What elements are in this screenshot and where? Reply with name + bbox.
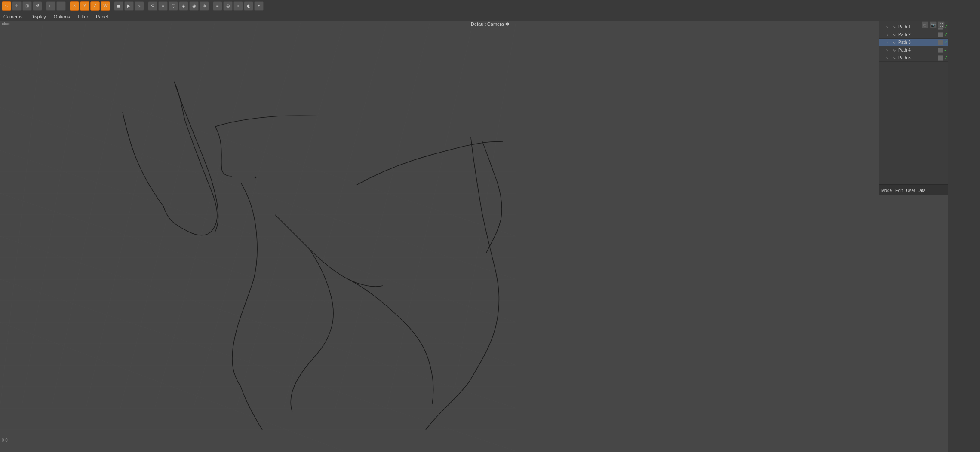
- viewport-button[interactable]: ○: [233, 1, 243, 11]
- svg-line-25: [0, 64, 516, 236]
- display-menu[interactable]: Display: [29, 13, 48, 20]
- path4-expand-icon: √: [886, 48, 891, 52]
- path1-expand-icon: √: [886, 25, 891, 29]
- path4-label: Path 4: [898, 48, 937, 52]
- path4-check[interactable]: [938, 48, 943, 53]
- path2-expand-icon: √: [886, 33, 891, 37]
- add-button[interactable]: +: [56, 1, 66, 11]
- render-button[interactable]: ▷: [135, 1, 144, 11]
- viewport-canvas: [0, 21, 948, 452]
- light-button[interactable]: ◉: [189, 1, 199, 11]
- camera-name: Default Camera: [471, 21, 504, 27]
- camera-btn[interactable]: ⊕: [200, 1, 209, 11]
- toolbar-separator-3: [112, 2, 112, 10]
- path5-expand-icon: √: [886, 56, 891, 60]
- render2-button[interactable]: ◎: [223, 1, 233, 11]
- path5-label: Path 5: [898, 55, 937, 60]
- right-panel: [948, 0, 980, 452]
- path5-icon: ∿: [891, 55, 897, 61]
- viewport-expand-button[interactable]: ⛶: [938, 21, 945, 28]
- path3-check[interactable]: [938, 40, 943, 45]
- path4-icon: ∿: [891, 47, 897, 53]
- coord-text: 0 0: [2, 438, 8, 443]
- svg-point-32: [255, 177, 256, 178]
- viewport-status-left: ctive: [2, 21, 11, 26]
- path2-check[interactable]: [938, 32, 943, 37]
- om-edit-tab[interactable]: Edit: [895, 188, 903, 193]
- om-userdata-tab[interactable]: User Data: [906, 188, 925, 193]
- sphere-button[interactable]: ●: [158, 1, 168, 11]
- path5-green: ✓: [944, 55, 948, 61]
- main-viewport[interactable]: [0, 21, 948, 452]
- spline-button[interactable]: ◈: [179, 1, 188, 11]
- move-tool-button[interactable]: ✛: [12, 1, 22, 11]
- select-tool-button[interactable]: ↖: [2, 1, 11, 11]
- y-axis-button[interactable]: Y: [80, 1, 89, 11]
- path4-green: ✓: [944, 47, 948, 53]
- z-axis-button[interactable]: Z: [90, 1, 100, 11]
- polygon-button[interactable]: ⬡: [169, 1, 178, 11]
- camera-label: Default Camera ✱: [471, 21, 509, 27]
- viewport-fit-button[interactable]: ⊞: [922, 21, 928, 28]
- panel-menu[interactable]: Panel: [94, 13, 110, 20]
- path2-icon: ∿: [891, 32, 897, 38]
- rotate-tool-button[interactable]: ↺: [33, 1, 42, 11]
- om-row-path2[interactable]: √ ∿ Path 2 ✓: [879, 31, 948, 39]
- om-row-path3[interactable]: √ ∿ Path 3 ✓: [879, 39, 948, 46]
- new-scene-button[interactable]: □: [46, 1, 55, 11]
- toolbar-separator-5: [211, 2, 211, 10]
- toolbar-separator-4: [146, 2, 146, 10]
- top-toolbar: ↖ ✛ ⊞ ↺ □ + X Y Z W ◼ ▶ ▷ ⚙ ● ⬡ ◈ ◉ ⊕ ≡ …: [0, 0, 980, 12]
- path3-icon: ∿: [891, 40, 897, 46]
- path2-label: Path 2: [898, 32, 937, 37]
- toolbar-separator-2: [68, 2, 68, 10]
- om-row-path5[interactable]: √ ∿ Path 5 ✓: [879, 54, 948, 62]
- coord-display: 0 0: [2, 438, 8, 443]
- path1-icon: ∿: [891, 24, 897, 30]
- x-axis-button[interactable]: X: [70, 1, 79, 11]
- options-menu[interactable]: Options: [52, 13, 72, 20]
- object-mode-button[interactable]: ◼: [114, 1, 123, 11]
- scale-tool-button[interactable]: ⊞: [22, 1, 32, 11]
- path5-check[interactable]: [938, 55, 943, 61]
- magnet-button[interactable]: ✦: [254, 1, 264, 11]
- path2-green: ✓: [944, 32, 948, 37]
- path3-label: Path 3: [898, 40, 937, 45]
- viewport-camera-button[interactable]: 📷: [930, 21, 937, 28]
- cameras-menu[interactable]: Cameras: [2, 13, 25, 20]
- path3-green: ✓: [944, 40, 948, 45]
- world-axis-button[interactable]: W: [101, 1, 110, 11]
- camera-icon: ✱: [505, 21, 509, 27]
- viewport-menu-bar: Cameras Display Options Filter Panel: [0, 12, 980, 21]
- play-button[interactable]: ▶: [124, 1, 134, 11]
- snap-button[interactable]: ◐: [244, 1, 253, 11]
- om-mode-tab[interactable]: Mode: [881, 188, 892, 193]
- toolbar-separator-1: [44, 2, 44, 10]
- viewport-controls: ⊞ 📷 ⛶: [922, 21, 945, 28]
- filter-menu[interactable]: Filter: [76, 13, 90, 20]
- layers-button[interactable]: ≡: [213, 1, 222, 11]
- settings-button[interactable]: ⚙: [148, 1, 157, 11]
- grid-lines: [0, 21, 516, 451]
- om-bottom-bar: Mode Edit User Data: [879, 185, 948, 195]
- path3-expand-icon: √: [886, 40, 891, 44]
- om-row-path4[interactable]: √ ∿ Path 4 ✓: [879, 46, 948, 54]
